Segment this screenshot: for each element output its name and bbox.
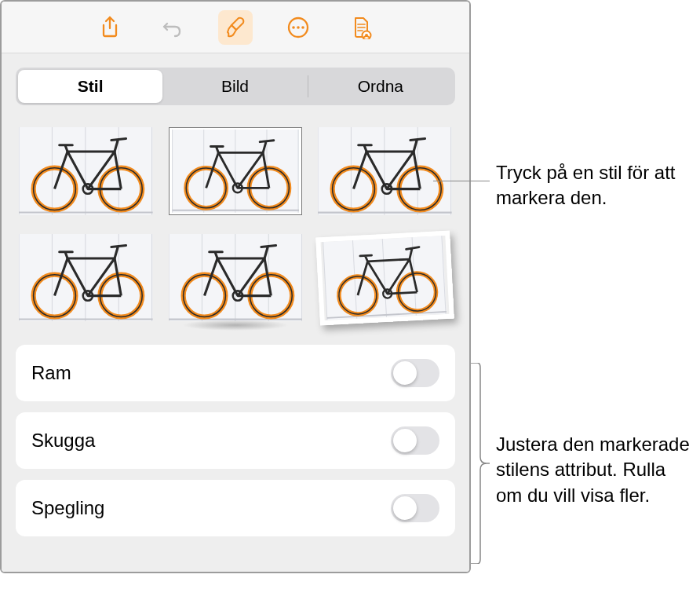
svg-point-3: [301, 26, 304, 29]
setting-skugga-label: Skugga: [31, 430, 95, 452]
undo-button[interactable]: [155, 10, 190, 45]
style-option-2[interactable]: [169, 127, 303, 215]
document-icon: [349, 16, 373, 39]
toggle-knob: [393, 429, 417, 452]
setting-spegling-label: Spegling: [31, 497, 104, 519]
tab-bild[interactable]: Bild: [162, 70, 307, 103]
style-option-5[interactable]: [169, 234, 303, 322]
callout-leader-1: [433, 181, 490, 181]
tab-bar: Stil Bild Ordna: [16, 68, 455, 105]
tab-stil[interactable]: Stil: [18, 70, 162, 103]
toggle-skugga[interactable]: [391, 426, 439, 455]
share-icon: [98, 16, 122, 39]
style-grid: [16, 127, 455, 321]
undo-icon: [161, 16, 184, 39]
svg-point-1: [292, 26, 295, 29]
toggle-knob: [393, 361, 417, 385]
setting-ram: Ram: [16, 345, 455, 401]
toggle-ram[interactable]: [391, 359, 439, 387]
toggle-knob: [393, 496, 417, 520]
share-button[interactable]: [93, 10, 127, 45]
setting-ram-label: Ram: [31, 362, 71, 384]
style-option-4[interactable]: [19, 234, 153, 322]
brush-icon: [224, 16, 247, 39]
document-settings-button[interactable]: [344, 10, 378, 45]
content-area: Stil Bild Ordna: [2, 53, 469, 572]
style-option-3[interactable]: [318, 127, 452, 215]
settings-list: Ram Skugga Spegling: [16, 345, 455, 536]
format-panel: Stil Bild Ordna: [0, 0, 471, 573]
callout-attr-hint: Justera den markerade stilens attribut. …: [496, 432, 696, 508]
toggle-spegling[interactable]: [391, 494, 439, 522]
svg-point-2: [297, 26, 300, 29]
more-icon: [286, 16, 310, 39]
format-button[interactable]: [218, 10, 253, 45]
tab-ordna[interactable]: Ordna: [308, 70, 453, 103]
toolbar: [2, 2, 469, 53]
setting-spegling: Spegling: [16, 480, 455, 536]
setting-skugga: Skugga: [16, 412, 455, 469]
style-option-1[interactable]: [19, 127, 153, 215]
style-option-6[interactable]: [316, 230, 454, 324]
callout-bracket: [469, 363, 490, 564]
more-button[interactable]: [281, 10, 315, 45]
callout-style-hint: Tryck på en stil för att markera den.: [496, 160, 696, 211]
